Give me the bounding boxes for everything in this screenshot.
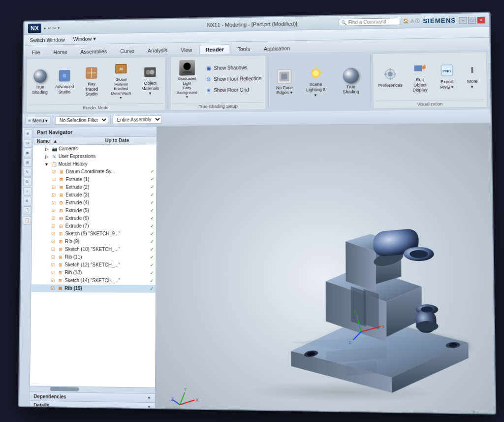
more-button[interactable]: More▾: [460, 59, 484, 92]
sidebar-icon-3[interactable]: ▶: [23, 148, 32, 157]
sidebar-icon-1[interactable]: ⊕: [24, 130, 32, 138]
pn-item-extrude-3[interactable]: ☑ ⊞ Extrude (3) ✓: [32, 191, 156, 199]
dependencies-header[interactable]: Dependencies ▼: [30, 392, 155, 402]
sep1: [168, 58, 168, 109]
rib11-type-icon: ⊞: [57, 254, 64, 260]
close-button[interactable]: ×: [477, 16, 485, 23]
search-bar[interactable]: 🔍: [339, 18, 401, 26]
tab-assemblies[interactable]: Assemblies: [74, 46, 113, 56]
tab-analysis[interactable]: Analysis: [141, 45, 173, 55]
model-history-arrow-icon: ▼: [43, 161, 50, 167]
pn-item-user-expressions[interactable]: ▷ fx User Expressions: [33, 152, 157, 160]
true-shading-label: TrueShading: [32, 84, 48, 95]
advanced-studio-icon: [57, 68, 72, 83]
pn-item-sketch-8[interactable]: ☑ ⊞ Sketch (8) "SKETCH_9..." ✓: [32, 230, 156, 238]
toolbar-sep1: [53, 115, 53, 125]
tab-file[interactable]: File: [26, 47, 46, 57]
sketch10-check-icon: ☑: [50, 246, 57, 253]
sidebar-icon-8[interactable]: ⊛: [23, 196, 31, 205]
sidebar-icon-7[interactable]: i: [23, 187, 31, 195]
menu-window[interactable]: Window ▾: [69, 34, 100, 43]
pn-item-rib-9[interactable]: ☑ ⊞ Rib (9) ✓: [32, 237, 156, 245]
tab-curve[interactable]: Curve: [114, 46, 141, 55]
sketch8-check-icon: ☑: [50, 230, 57, 237]
preview-header[interactable]: Preview ▼: [30, 410, 155, 414]
pn-item-datum[interactable]: ☑ ⊞ Datum Coordinate Sy... ✓: [32, 167, 156, 176]
true-shading-button[interactable]: TrueShading: [29, 66, 52, 97]
pn-item-sketch-14[interactable]: ☑ ⊞ Sketch (14) "SKETCH_..." ✓: [32, 276, 156, 285]
show-floor-grid-button[interactable]: ⊞ Show Floor Grid: [202, 84, 264, 96]
svg-marker-33: [422, 64, 426, 69]
ray-traced-studio-button[interactable]: Ray TracedStudio: [78, 63, 106, 99]
advanced-studio-button[interactable]: AdvancedStudio: [52, 65, 77, 97]
sidebar-icon-10[interactable]: 📋: [22, 216, 31, 225]
cameras-icon: ▷: [43, 145, 50, 152]
extrude4-label: Extrude (4): [65, 200, 149, 205]
pn-item-rib-11[interactable]: ☑ ⊞ Rib (11) ✓: [32, 253, 156, 261]
extrude2-label: Extrude (2): [65, 184, 149, 190]
export-png-button[interactable]: PNG ExportPNG ▾: [435, 60, 459, 92]
tab-application[interactable]: Application: [257, 43, 296, 53]
tab-view[interactable]: View: [174, 45, 198, 54]
user-expressions-label: User Expressions: [59, 153, 155, 159]
extrude6-type-icon: ⊞: [58, 215, 64, 222]
sort-arrow-icon[interactable]: ▲: [53, 138, 58, 144]
pn-item-rib-13[interactable]: ☑ ⊞ Rib (13) ✓: [32, 268, 156, 277]
minimize-button[interactable]: −: [459, 16, 467, 23]
cameras-label: Cameras: [59, 145, 155, 151]
sidebar-icon-6[interactable]: ⊙: [23, 177, 32, 186]
pn-item-extrude-6[interactable]: ☑ ⊞ Extrude (6) ✓: [32, 214, 156, 222]
tab-tools[interactable]: Tools: [231, 44, 256, 53]
pn-item-extrude-1[interactable]: ☑ ⊞ Extrude (1) ✓: [32, 175, 156, 184]
scene-lighting-button[interactable]: SceneLighting 3 ▾: [301, 54, 331, 109]
pn-item-extrude-7[interactable]: ☑ ⊞ Extrude (7) ✓: [32, 222, 156, 230]
extrude1-uptodate: ✓: [151, 176, 155, 182]
menu-button[interactable]: ≡ Menu ▾: [25, 116, 51, 125]
pn-item-sketch-10[interactable]: ☑ ⊞ Sketch (10) "SKETCH_..." ✓: [32, 245, 156, 253]
sidebar-icon-5[interactable]: ✎: [23, 167, 32, 176]
sidebar-icon-9[interactable]: 🕐: [23, 206, 31, 215]
no-face-edges-button[interactable]: No FaceEdges ▾: [273, 54, 296, 109]
rib11-uptodate: ✓: [150, 255, 154, 260]
tab-render[interactable]: Render: [199, 44, 230, 54]
rib15-check-icon: ☑: [49, 285, 56, 292]
preview-panel: Preview ▼: [30, 410, 155, 414]
pn-item-cameras[interactable]: ▷ 📷 Cameras: [33, 144, 157, 153]
pn-item-extrude-2[interactable]: ☑ ⊞ Extrude (2) ✓: [32, 183, 156, 191]
global-material-icon: M: [114, 61, 129, 76]
viewport-3d[interactable]: X Y Z X Y Z ↻: [155, 123, 495, 414]
datum-check-icon: ☑: [51, 168, 58, 175]
graduated-light-button[interactable]: Graduated LightGrey Background ▾: [173, 57, 201, 102]
search-input[interactable]: [348, 19, 398, 25]
details-arrow-icon: ▼: [147, 404, 151, 409]
show-floor-reflection-button[interactable]: ⊡ Show Floor Reflection: [202, 73, 264, 85]
pn-item-extrude-5[interactable]: ☑ ⊞ Extrude (5) ✓: [32, 206, 156, 214]
viz-content: Preferences Edit ObjectDisplay: [375, 53, 485, 99]
show-shadows-button[interactable]: ▣ Show Shadows: [202, 62, 264, 73]
edit-object-display-button[interactable]: Edit ObjectDisplay: [406, 58, 434, 96]
pn-item-rib-15[interactable]: ☑ ⊞ Rib (15) ✓: [31, 284, 156, 292]
sidebar-icon-4[interactable]: ⊞: [23, 158, 32, 167]
main-area: ⊕ M ▶ ⊞ ✎ ⊙ i ⊛ 🕐 📋 Part Navigator Name …: [19, 123, 495, 414]
window-title: NX11 - Modeling - [Part.prt (Modified)]: [207, 20, 298, 28]
assembly-scope-dropdown[interactable]: Entire Assembly: [113, 115, 162, 124]
sidebar-icon-2[interactable]: M: [24, 139, 32, 148]
export-png-label: ExportPNG ▾: [440, 79, 454, 90]
pn-item-extrude-4[interactable]: ☑ ⊞ Extrude (4) ✓: [32, 198, 156, 206]
object-materials-button[interactable]: ObjectMaterials ▾: [137, 62, 164, 98]
preferences-button[interactable]: Preferences: [375, 63, 405, 90]
sketch10-type-icon: ⊞: [58, 246, 64, 253]
true-shading-mode-button[interactable]: True Shading: [335, 53, 367, 109]
pn-col-uptodate: Up to Date: [105, 137, 129, 143]
pn-item-sketch-12[interactable]: ☑ ⊞ Sketch (12) "SKETCH_..." ✓: [32, 261, 156, 269]
pn-item-model-history[interactable]: ▼ 📋 Model History: [33, 160, 157, 168]
details-header[interactable]: Details ▼: [30, 401, 155, 411]
global-material-button[interactable]: M Global MaterialBrushed Metal Wash ▾: [106, 58, 136, 102]
pn-scrollbar-thumb[interactable]: [50, 387, 79, 391]
selection-filter-dropdown[interactable]: No Selection Filter: [55, 116, 108, 125]
extrude4-check-icon: ☑: [50, 199, 57, 206]
rotate-icon: ↻: [472, 408, 479, 414]
tab-home[interactable]: Home: [47, 47, 73, 56]
menu-switch-window[interactable]: Switch Window: [26, 35, 68, 44]
maximize-button[interactable]: □: [468, 16, 476, 23]
